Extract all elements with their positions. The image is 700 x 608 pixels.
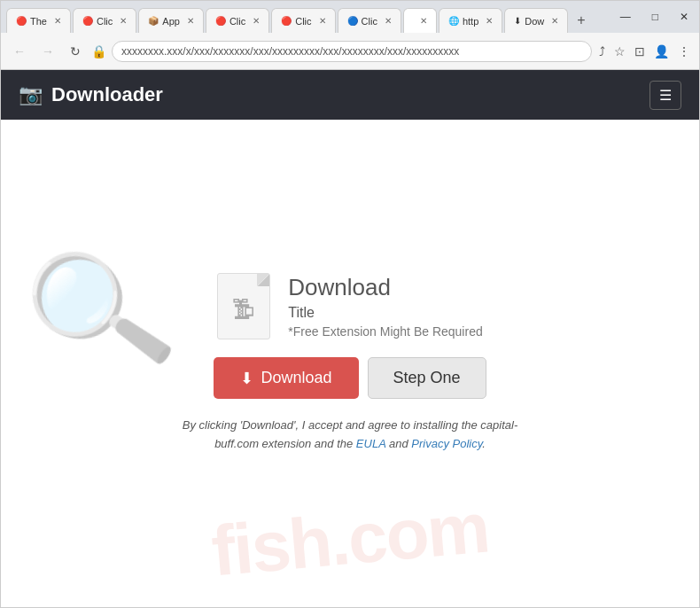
tab-2-icon: 🔴	[82, 16, 93, 26]
card-note: *Free Extension Might Be Required	[288, 324, 482, 339]
step-one-button[interactable]: Step One	[368, 357, 486, 399]
tab-5-label: Clic	[295, 16, 311, 27]
tab-4-icon: 🔴	[215, 16, 226, 26]
download-button[interactable]: ⬇ Download	[214, 357, 358, 399]
tab-1-label: The	[30, 16, 47, 27]
tab-1-close[interactable]: ✕	[54, 16, 61, 26]
address-input[interactable]	[112, 41, 592, 62]
card-title: Download	[288, 274, 482, 301]
text-watermark: fish.com	[1, 469, 699, 607]
tab-2[interactable]: 🔴Clic✕	[73, 8, 136, 33]
lock-icon: 🔒	[91, 44, 106, 58]
browser-top: 🔴The✕ 🔴Clic✕ 📦App✕ 🔴Clic✕ 🔴Clic✕ 🔵Clic✕ …	[1, 1, 699, 33]
profile-icon[interactable]: 👤	[652, 43, 671, 60]
tab-7-active[interactable]: ✕	[403, 8, 437, 33]
agreement-after: .	[482, 437, 486, 450]
tab-6-close[interactable]: ✕	[385, 16, 392, 26]
navbar: 📷 Downloader ☰	[1, 70, 699, 120]
tab-3-label: App	[162, 16, 180, 27]
tab-3[interactable]: 📦App✕	[138, 8, 204, 33]
eula-link[interactable]: EULA	[356, 437, 385, 450]
download-icon: ⬇	[240, 369, 253, 388]
maximize-button[interactable]: □	[642, 4, 669, 29]
tab-9[interactable]: ⬇Dow✕	[504, 8, 568, 33]
tab-4[interactable]: 🔴Clic✕	[206, 8, 269, 33]
split-icon[interactable]: ⊡	[633, 43, 647, 60]
tab-1-icon: 🔴	[16, 16, 27, 26]
tab-8-close[interactable]: ✕	[486, 16, 493, 26]
tab-8[interactable]: 🌐http✕	[439, 8, 502, 33]
tab-5-close[interactable]: ✕	[319, 16, 326, 26]
browser-frame: 🔴The✕ 🔴Clic✕ 📦App✕ 🔴Clic✕ 🔴Clic✕ 🔵Clic✕ …	[0, 0, 700, 608]
tab-8-icon: 🌐	[448, 16, 459, 26]
camera-icon: 📷	[19, 83, 43, 106]
tab-4-label: Clic	[229, 16, 245, 27]
buttons-row: ⬇ Download Step One	[214, 357, 486, 399]
tab-4-close[interactable]: ✕	[253, 16, 260, 26]
agreement-text: By clicking 'Download', I accept and agr…	[182, 417, 518, 454]
tab-9-label: Dow	[525, 16, 544, 27]
tabs-row: 🔴The✕ 🔴Clic✕ 📦App✕ 🔴Clic✕ 🔴Clic✕ 🔵Clic✕ …	[1, 1, 610, 33]
tab-5-icon: 🔴	[281, 16, 292, 26]
tab-6[interactable]: 🔵Clic✕	[338, 8, 401, 33]
privacy-policy-link[interactable]: Privacy Policy	[411, 437, 482, 450]
close-button[interactable]: ✕	[669, 4, 699, 29]
navbar-brand: 📷 Downloader	[19, 83, 163, 106]
tab-3-icon: 📦	[148, 16, 159, 26]
tab-9-icon: ⬇	[514, 16, 521, 26]
tab-5[interactable]: 🔴Clic✕	[271, 8, 335, 33]
address-bar: ← → ↻ 🔒 ⤴ ☆ ⊡ 👤 ⋮	[1, 33, 699, 70]
minimize-button[interactable]: —	[610, 4, 642, 29]
bookmark-icon[interactable]: ☆	[612, 43, 627, 60]
file-corner	[257, 274, 269, 286]
download-button-label: Download	[261, 369, 331, 387]
address-icons: ⤴ ☆ ⊡ 👤 ⋮	[597, 43, 692, 60]
magnify-watermark: 🔍	[17, 232, 182, 390]
menu-icon[interactable]: ⋮	[676, 43, 692, 60]
tab-9-close[interactable]: ✕	[551, 16, 558, 26]
zip-icon: 🗜	[232, 296, 255, 323]
card-info: Download Title *Free Extension Might Be …	[288, 274, 482, 339]
card-subtitle: Title	[288, 305, 482, 321]
forward-button[interactable]: →	[36, 41, 59, 62]
tab-7-close[interactable]: ✕	[420, 16, 427, 26]
content-area: 🔍 fish.com 🗜 Download Title *Free Extens…	[1, 120, 699, 607]
page: 📷 Downloader ☰ 🔍 fish.com 🗜	[1, 70, 699, 607]
download-card: 🗜 Download Title *Free Extension Might B…	[182, 273, 518, 454]
agreement-and: and	[385, 437, 411, 450]
card-inner: 🗜 Download Title *Free Extension Might B…	[217, 273, 482, 339]
tab-6-label: Clic	[362, 16, 377, 27]
share-icon[interactable]: ⤴	[597, 43, 607, 60]
refresh-button[interactable]: ↻	[65, 41, 86, 62]
navbar-toggle-button[interactable]: ☰	[649, 81, 681, 110]
back-button[interactable]: ←	[8, 41, 31, 62]
tab-2-close[interactable]: ✕	[120, 16, 127, 26]
tab-6-icon: 🔵	[347, 16, 358, 26]
file-icon: 🗜	[217, 273, 270, 339]
tab-8-label: http	[463, 16, 478, 27]
tab-1[interactable]: 🔴The✕	[6, 8, 71, 33]
window-controls: — □ ✕	[610, 1, 699, 33]
navbar-brand-text: Downloader	[51, 83, 163, 106]
tab-2-label: Clic	[97, 16, 113, 27]
new-tab-button[interactable]: +	[570, 8, 592, 33]
tab-3-close[interactable]: ✕	[187, 16, 194, 26]
